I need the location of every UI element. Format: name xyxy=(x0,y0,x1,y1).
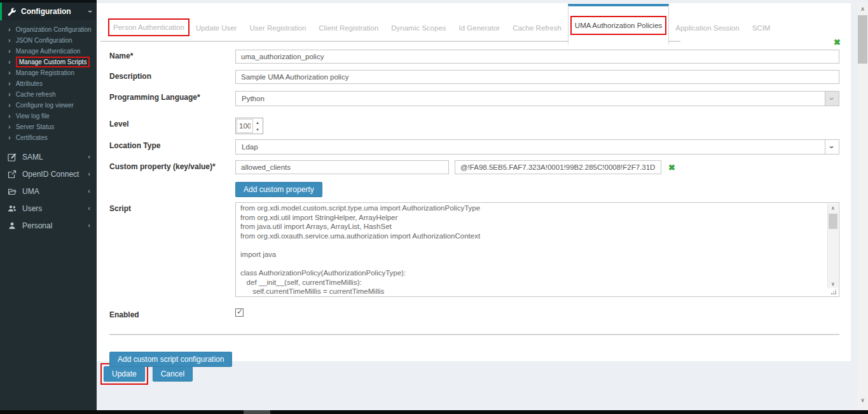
enabled-label: Enabled xyxy=(109,308,235,319)
sidebar-item-configuration[interactable]: Configuration › xyxy=(0,3,97,20)
tab-cache-refresh[interactable]: Cache Refresh xyxy=(506,24,568,32)
cancel-button[interactable]: Cancel xyxy=(153,366,193,382)
level-input[interactable] xyxy=(237,119,253,133)
chevron-right-icon: › xyxy=(8,102,11,109)
sidebar-item-organization-configuration[interactable]: › Organization Configuration xyxy=(0,24,97,35)
sidebar-item-manage-authentication[interactable]: › Manage Authentication xyxy=(0,46,97,57)
chevron-right-icon: › xyxy=(8,59,11,66)
tab-person-authentication[interactable]: Person Authentication xyxy=(108,18,189,36)
remove-script-icon[interactable]: ✖ xyxy=(834,38,841,46)
script-scrollbar[interactable]: ∧ ∨ xyxy=(827,204,838,288)
sidebar-item-certificates[interactable]: › Certificates xyxy=(0,132,97,143)
add-custom-property-button[interactable]: Add custom property xyxy=(235,182,322,197)
sidebar-item-manage-custom-scripts[interactable]: › Manage Custom Scripts xyxy=(0,57,97,67)
custom-property-value-input[interactable] xyxy=(455,160,661,174)
name-input[interactable] xyxy=(235,50,839,64)
sidebar-item-label: View log file xyxy=(16,113,50,120)
scroll-down-icon[interactable]: ∨ xyxy=(828,279,838,288)
location-type-value: Ldap xyxy=(242,143,258,151)
sidebar-item-personal[interactable]: Personal ‹ xyxy=(0,217,97,234)
sidebar-item-label: Organization Configuration xyxy=(16,26,92,33)
sidebar-item-label: Manage Registration xyxy=(16,69,74,76)
sidebar-item-label: Attributes xyxy=(16,80,43,87)
sidebar-item-server-status[interactable]: › Server Status xyxy=(0,121,97,132)
sidebar-item-label: UMA xyxy=(22,187,82,196)
chevron-right-icon: › xyxy=(8,48,11,55)
tab-bar: Person Authentication Update User User R… xyxy=(100,3,680,42)
chevron-right-icon: › xyxy=(8,26,11,33)
sidebar-item-cache-refresh[interactable]: › Cache refresh xyxy=(0,89,97,100)
tab-application-session[interactable]: Application Session xyxy=(669,24,745,32)
spin-up-icon[interactable]: ▴ xyxy=(253,119,262,126)
script-scrollbar-thumb[interactable] xyxy=(829,214,837,229)
sidebar-item-manage-registration[interactable]: › Manage Registration xyxy=(0,67,97,78)
sidebar-item-users[interactable]: Users ‹ xyxy=(0,200,97,217)
sidebar-item-label: Configure log viewer xyxy=(16,102,74,109)
sidebar-item-label: Certificates xyxy=(16,134,48,141)
chevron-down-icon: › xyxy=(828,146,836,148)
chevron-left-icon: ‹ xyxy=(88,170,90,177)
scroll-down-icon[interactable]: ∨ xyxy=(857,395,868,405)
dropdown-button[interactable]: › xyxy=(825,140,839,154)
spin-down-icon[interactable]: ▾ xyxy=(253,126,262,133)
programming-language-select[interactable]: Python › xyxy=(235,91,839,106)
add-custom-script-configuration-button[interactable]: Add custom script configuration xyxy=(109,352,232,367)
chevron-right-icon: › xyxy=(8,91,11,98)
sidebar-item-saml[interactable]: SAML ‹ xyxy=(0,148,97,165)
sidebar-item-attributes[interactable]: › Attributes xyxy=(0,78,97,89)
content-panel: Person Authentication Update User User R… xyxy=(97,3,851,361)
tab-client-registration[interactable]: Client Registration xyxy=(312,24,385,32)
chevron-right-icon: › xyxy=(8,69,11,76)
sidebar-item-view-log-file[interactable]: › View log file xyxy=(0,111,97,121)
tab-id-generator[interactable]: Id Generator xyxy=(453,24,507,32)
page-horizontal-scrollbar[interactable] xyxy=(0,410,868,414)
location-type-label: Location Type xyxy=(109,139,235,155)
chevron-right-icon: › xyxy=(8,37,11,44)
sidebar-item-configure-log-viewer[interactable]: › Configure log viewer xyxy=(0,100,97,111)
page-vertical-scrollbar[interactable]: ∧ ∨ xyxy=(857,3,868,410)
location-type-select[interactable]: Ldap › xyxy=(235,139,839,155)
chevron-down-icon: › xyxy=(828,97,836,100)
level-stepper: ▴ ▾ xyxy=(235,118,263,134)
description-label: Description xyxy=(109,70,235,84)
script-editor: from org.xdi.model.custom.script.type.um… xyxy=(235,202,839,297)
sidebar-item-openid-connect[interactable]: OpenID Connect ‹ xyxy=(0,165,97,183)
wrench-icon xyxy=(8,8,16,16)
sidebar-header-label: Configuration xyxy=(21,7,84,16)
page-scrollbar-thumb[interactable] xyxy=(858,15,867,64)
chevron-left-icon: ‹ xyxy=(88,222,90,229)
external-link-icon xyxy=(8,170,17,179)
folder-open-icon xyxy=(8,187,17,196)
sidebar-main-menu: SAML ‹ OpenID Connect ‹ UMA ‹ Users ‹ Pe xyxy=(0,148,97,234)
custom-script-form: ✖ Name* Description Programming Language… xyxy=(97,42,851,319)
description-input[interactable] xyxy=(235,70,839,84)
tab-scim[interactable]: SCIM xyxy=(746,24,777,32)
resize-grip[interactable] xyxy=(831,289,837,294)
tab-uma-authorization-policies[interactable]: UMA Authorization Policies xyxy=(568,4,669,45)
scroll-up-icon[interactable]: ∧ xyxy=(857,4,868,14)
enabled-checkbox[interactable] xyxy=(235,308,244,317)
script-textarea[interactable]: from org.xdi.model.custom.script.type.um… xyxy=(236,203,839,296)
chevron-left-icon: ‹ xyxy=(88,153,90,160)
sidebar-item-uma[interactable]: UMA ‹ xyxy=(0,183,97,200)
tab-update-user[interactable]: Update User xyxy=(189,24,244,32)
programming-language-label: Programming Language* xyxy=(109,91,235,106)
update-button[interactable]: Update xyxy=(104,366,145,382)
sidebar-item-json-configuration[interactable]: › JSON Configuration xyxy=(0,35,97,46)
tab-dynamic-scopes[interactable]: Dynamic Scopes xyxy=(385,24,452,32)
spacer-label xyxy=(109,178,235,197)
user-icon xyxy=(8,221,17,230)
pencil-square-icon xyxy=(8,153,17,162)
chevron-down-icon: › xyxy=(86,10,94,13)
horizontal-scrollbar-thumb[interactable] xyxy=(244,410,270,414)
dropdown-button[interactable]: › xyxy=(825,92,839,106)
tab-user-registration[interactable]: User Registration xyxy=(243,24,312,32)
chevron-right-icon: › xyxy=(8,113,11,120)
custom-property-label: Custom property (key/value)* xyxy=(109,160,235,174)
scroll-up-icon[interactable]: ∧ xyxy=(828,204,838,212)
chevron-right-icon: › xyxy=(8,80,11,87)
sidebar-item-label: Manage Authentication xyxy=(16,48,81,55)
chevron-right-icon: › xyxy=(8,134,11,141)
remove-property-icon[interactable]: ✖ xyxy=(668,163,675,172)
custom-property-key-input[interactable] xyxy=(235,160,449,174)
